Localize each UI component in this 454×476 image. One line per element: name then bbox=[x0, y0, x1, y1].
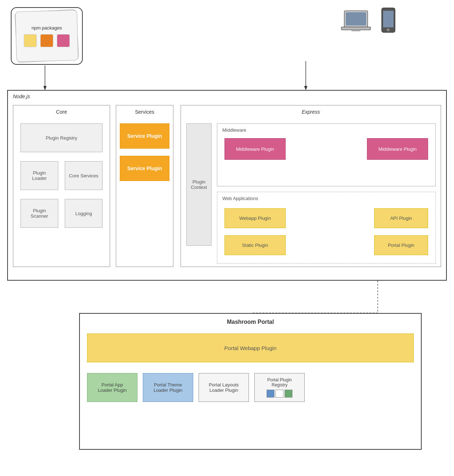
portal-theme-loader-label: Portal ThemeLoader Plugin bbox=[154, 382, 182, 393]
diagram-container: npm packages Node.js bbox=[0, 0, 454, 476]
npm-icon-pink bbox=[57, 34, 70, 47]
svg-rect-8 bbox=[341, 27, 371, 30]
plugin-registry-label: Plugin Registry bbox=[46, 135, 77, 141]
express-box-label: Express bbox=[302, 109, 320, 115]
core-services-label: Core Services bbox=[69, 173, 99, 178]
webapp-plugin-label: Webapp Plugin bbox=[239, 216, 271, 221]
devices-area bbox=[341, 7, 396, 34]
laptop-icon bbox=[341, 9, 373, 34]
npm-packages-box: npm packages bbox=[11, 7, 83, 65]
middleware-label: Middleware bbox=[222, 127, 246, 133]
portal-app-loader-label: Portal AppLoader Plugin bbox=[98, 382, 127, 393]
core-box: Core Plugin Registry PluginLoader Core S… bbox=[13, 105, 110, 267]
core-box-label: Core bbox=[56, 109, 67, 115]
nodejs-label: Node.js bbox=[13, 94, 30, 99]
plugin-loader-label: PluginLoader bbox=[32, 170, 46, 181]
registry-icon-blue bbox=[267, 390, 274, 398]
logging-label: Logging bbox=[75, 211, 92, 216]
api-plugin: API Plugin bbox=[374, 208, 428, 228]
middleware-plugin-1: Middleware Plugin bbox=[224, 138, 286, 160]
logging-box: Logging bbox=[65, 199, 103, 228]
svg-point-12 bbox=[387, 28, 390, 31]
portal-webapp-plugin-label: Portal Webapp Plugin bbox=[224, 345, 277, 351]
mashroom-portal-label: Mashroom Portal bbox=[227, 319, 274, 325]
services-box-label: Services bbox=[135, 109, 154, 115]
express-box: Express PluginContext Middleware Middlew… bbox=[181, 105, 441, 267]
npm-icons-row bbox=[24, 34, 70, 47]
portal-layouts-loader-label: Portal LayoutsLoader Plugin bbox=[209, 382, 239, 393]
middleware-section: Middleware Middleware Plugin Middleware … bbox=[217, 123, 436, 186]
portal-plugin-registry-label: Portal PluginRegistry bbox=[267, 377, 292, 387]
portal-theme-loader: Portal ThemeLoader Plugin bbox=[143, 373, 193, 402]
portal-app-loader: Portal AppLoader Plugin bbox=[87, 373, 137, 402]
plugin-context-label: PluginContext bbox=[191, 179, 207, 190]
static-plugin-label: Static Plugin bbox=[242, 242, 268, 248]
services-box: Services Service Plugin Service Plugin bbox=[116, 105, 173, 267]
svg-rect-11 bbox=[383, 11, 394, 27]
middleware-plugin-1-label: Middleware Plugin bbox=[236, 146, 274, 152]
mashroom-portal-box: Mashroom Portal Portal Webapp Plugin Por… bbox=[79, 313, 422, 450]
service-plugin-2-label: Service Plugin bbox=[127, 166, 162, 171]
service-plugin-2: Service Plugin bbox=[120, 156, 169, 181]
webapps-section: Web Applications Webapp Plugin API Plugi… bbox=[217, 192, 436, 264]
npm-packages-label: npm packages bbox=[32, 25, 62, 31]
service-plugin-1: Service Plugin bbox=[120, 123, 169, 149]
svg-rect-7 bbox=[346, 12, 366, 26]
api-plugin-label: API Plugin bbox=[390, 216, 412, 221]
portal-plugin-registry: Portal PluginRegistry bbox=[254, 373, 305, 402]
portal-plugin-label: Portal Plugin bbox=[388, 242, 414, 248]
middleware-plugin-2: Middleware Plugin bbox=[367, 138, 428, 160]
core-services-box: Core Services bbox=[65, 161, 103, 190]
npm-icon-orange bbox=[40, 34, 53, 47]
webapps-label: Web Applications bbox=[222, 196, 258, 201]
plugin-registry-box: Plugin Registry bbox=[21, 123, 103, 152]
plugin-scanner-label: PluginScanner bbox=[31, 208, 48, 219]
registry-icon-green bbox=[285, 390, 292, 398]
registry-icon-white bbox=[276, 390, 283, 398]
plugin-loader-box: PluginLoader bbox=[21, 161, 58, 190]
middleware-plugin-2-label: Middleware Plugin bbox=[378, 146, 417, 152]
static-plugin: Static Plugin bbox=[224, 235, 286, 255]
nodejs-box: Node.js Core Plugin Registry PluginLoade… bbox=[7, 90, 447, 281]
portal-layouts-loader: Portal LayoutsLoader Plugin bbox=[199, 373, 249, 402]
npm-icon-yellow bbox=[24, 34, 37, 47]
plugin-scanner-box: PluginScanner bbox=[21, 199, 58, 228]
svg-rect-9 bbox=[351, 30, 360, 31]
portal-webapp-plugin: Portal Webapp Plugin bbox=[87, 334, 414, 362]
portal-plugin: Portal Plugin bbox=[374, 235, 428, 255]
phone-icon bbox=[380, 7, 396, 34]
service-plugin-1-label: Service Plugin bbox=[127, 133, 162, 139]
plugin-context-box: PluginContext bbox=[186, 123, 212, 246]
registry-icons bbox=[267, 390, 292, 398]
webapp-plugin: Webapp Plugin bbox=[224, 208, 286, 228]
